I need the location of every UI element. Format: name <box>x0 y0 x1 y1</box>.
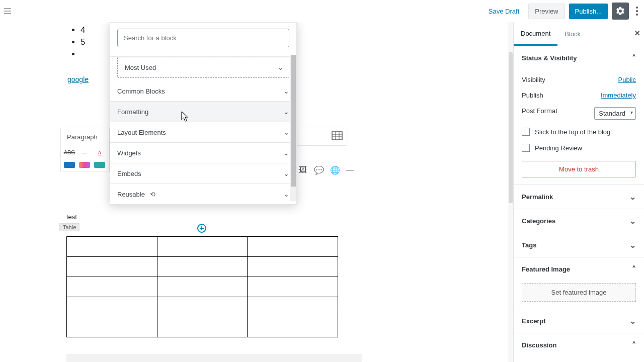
panel-header-featured[interactable]: Featured Image ˄ <box>514 257 644 281</box>
block-search-input[interactable] <box>118 29 289 47</box>
panel-title: Discussion <box>522 341 556 349</box>
panel-excerpt: Excerpt ⌄ <box>514 309 644 333</box>
inserter-category-formatting[interactable]: Formatting ⌄ <box>110 102 296 122</box>
publish-label: Publish <box>522 92 543 99</box>
block-type-label[interactable]: Paragraph <box>61 128 109 146</box>
panel-title: Excerpt <box>522 317 546 325</box>
settings-sidebar: Document Block × Status & Visibility ˄ V… <box>513 22 644 362</box>
chevron-up-icon: ˄ <box>632 340 636 350</box>
add-block-button[interactable] <box>197 224 206 233</box>
block-label-table: Table <box>59 223 79 231</box>
block-toolbar-extra: 🖼 💬 🌐 — <box>297 162 352 178</box>
menu-icon[interactable] <box>3 6 13 16</box>
inserter-category-widgets[interactable]: Widgets ⌄ <box>110 143 296 163</box>
inserter-category-layout[interactable]: Layout Elements ⌄ <box>110 122 296 143</box>
panel-header-tags[interactable]: Tags ⌄ <box>514 233 644 257</box>
inserter-category-common[interactable]: Common Blocks ⌄ <box>110 81 296 102</box>
visibility-value-link[interactable]: Public <box>618 76 636 83</box>
panel-header-discussion[interactable]: Discussion ˄ <box>514 333 644 357</box>
table-icon[interactable] <box>332 131 343 142</box>
tab-block[interactable]: Block <box>557 23 588 45</box>
dash-icon[interactable]: — <box>346 165 354 174</box>
settings-gear-icon[interactable] <box>612 3 629 20</box>
chevron-up-icon: ˄ <box>632 264 636 274</box>
panel-title: Tags <box>522 241 536 249</box>
block-inserter: Most Used ⌄ Common Blocks ⌄ Formatting ⌄… <box>110 22 297 205</box>
category-label: Most Used <box>118 64 156 71</box>
chevron-down-icon: ⌄ <box>283 108 289 116</box>
table-row[interactable] <box>67 317 338 337</box>
table-block[interactable] <box>66 236 338 337</box>
chevron-down-icon: ⌄ <box>283 190 289 198</box>
panel-categories: Categories ⌄ <box>514 209 644 233</box>
globe-icon[interactable]: 🌐 <box>330 165 339 174</box>
text-block[interactable]: test <box>66 213 77 221</box>
publish-button[interactable]: Publish... <box>569 4 608 19</box>
panel-status: Status & Visibility ˄ Visibility Public … <box>514 46 644 185</box>
editor-topbar: Save Draft Preview Publish... <box>0 0 644 22</box>
reusable-icon: ⟲ <box>150 191 155 198</box>
table-row[interactable] <box>67 297 338 317</box>
canvas-scrollbar[interactable] <box>508 22 513 362</box>
swatch-blue[interactable] <box>64 162 75 168</box>
inserter-category-embeds[interactable]: Embeds ⌄ <box>110 163 296 184</box>
inserter-category-most-used[interactable]: Most Used ⌄ <box>117 57 289 78</box>
swatch-teal[interactable] <box>94 162 105 168</box>
chevron-down-icon: ⌄ <box>283 149 289 157</box>
category-label: Formatting <box>117 108 148 116</box>
panel-header-permalink[interactable]: Permalink ⌄ <box>514 185 644 209</box>
more-options-icon[interactable] <box>633 4 641 19</box>
set-featured-image-button[interactable]: Set featured image <box>522 283 636 302</box>
inserter-category-reusable[interactable]: Reusable ⟲ ⌄ <box>110 184 296 204</box>
chevron-down-icon: ⌄ <box>283 169 289 177</box>
post-format-select[interactable]: Standard <box>594 107 636 120</box>
publish-value-link[interactable]: Immediately <box>601 92 636 99</box>
block-toolbar-right <box>297 128 347 146</box>
sticky-label: Stick to the top of the blog <box>535 128 610 136</box>
chevron-down-icon: ⌄ <box>629 216 636 226</box>
sticky-checkbox[interactable] <box>522 128 530 136</box>
comment-icon[interactable]: 💬 <box>314 165 323 174</box>
move-to-trash-button[interactable]: Move to trash <box>522 161 636 177</box>
panel-header-excerpt[interactable]: Excerpt ⌄ <box>514 309 644 333</box>
swatch-pink[interactable] <box>79 162 90 168</box>
link-google[interactable]: google <box>67 75 89 83</box>
category-label: Widgets <box>117 149 141 157</box>
table-row[interactable] <box>67 277 338 297</box>
panel-header-status[interactable]: Status & Visibility ˄ <box>514 46 644 70</box>
panel-permalink: Permalink ⌄ <box>514 185 644 209</box>
panel-title: Featured Image <box>522 265 570 273</box>
panel-discussion: Discussion ˄ Allow Comments <box>514 333 644 362</box>
category-label: Common Blocks <box>117 87 165 95</box>
panel-title: Status & Visibility <box>522 54 577 62</box>
visibility-label: Visibility <box>522 76 545 83</box>
table-row[interactable] <box>67 257 338 277</box>
chevron-down-icon: ⌄ <box>278 63 289 71</box>
panel-header-categories[interactable]: Categories ⌄ <box>514 209 644 233</box>
pending-label: Pending Review <box>535 144 582 152</box>
text-color-icon[interactable]: A <box>94 147 105 158</box>
category-label: Embeds <box>117 170 141 177</box>
panel-title: Categories <box>522 217 555 225</box>
post-format-label: Post Format <box>522 107 557 120</box>
chevron-down-icon: ⌄ <box>629 316 636 326</box>
chevron-down-icon: ⌄ <box>283 128 289 136</box>
category-label: Layout Elements <box>117 129 166 136</box>
preview-fragment: his is a <box>66 354 362 362</box>
editor-canvas: 4 5 google Paragraph ABC — A 🖼 💬 🌐 — <box>0 22 513 362</box>
save-draft-button[interactable]: Save Draft <box>484 4 524 19</box>
table-row[interactable] <box>67 237 338 257</box>
chevron-down-icon: ⌄ <box>283 87 289 95</box>
panel-title: Permalink <box>522 193 553 201</box>
pending-checkbox[interactable] <box>522 144 530 152</box>
close-sidebar-icon[interactable]: × <box>634 28 640 39</box>
preview-button[interactable]: Preview <box>528 4 565 19</box>
strike-icon[interactable]: ABC <box>64 147 75 158</box>
inserter-scrollbar[interactable] <box>290 55 296 201</box>
block-toolbar-left: Paragraph ABC — A <box>60 128 110 171</box>
tab-document[interactable]: Document <box>514 23 557 46</box>
image-icon[interactable]: 🖼 <box>299 165 307 174</box>
chevron-down-icon: ⌄ <box>629 192 636 202</box>
panel-featured-image: Featured Image ˄ Set featured image <box>514 257 644 309</box>
hr-icon[interactable]: — <box>79 147 90 158</box>
